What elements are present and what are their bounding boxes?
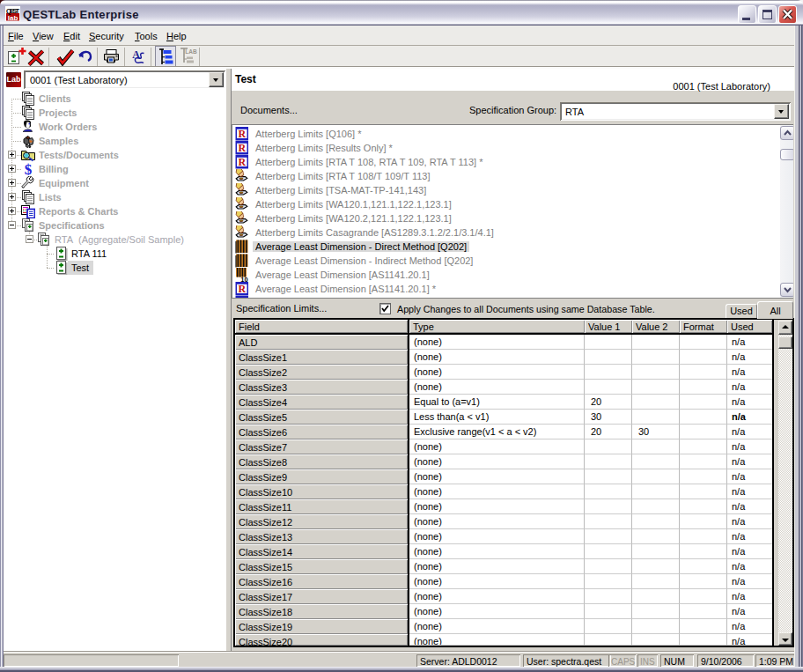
svg-text:lab: lab (8, 14, 18, 22)
svg-text:R: R (238, 156, 246, 168)
svg-text:R: R (238, 297, 246, 299)
svg-text:LAB: LAB (185, 48, 197, 55)
svg-text:R: R (238, 283, 246, 295)
svg-text:R: R (238, 128, 246, 140)
svg-text:10: 10 (240, 276, 247, 282)
svg-text:$: $ (25, 162, 33, 176)
svg-text:R: R (238, 142, 246, 154)
